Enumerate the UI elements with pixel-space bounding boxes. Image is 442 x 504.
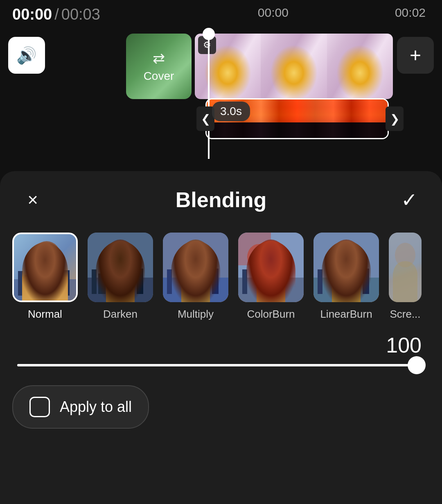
ruler-markers: 00:00 00:02 bbox=[258, 6, 426, 20]
blend-thumb-darken bbox=[88, 233, 153, 302]
video-strip[interactable] bbox=[195, 34, 393, 99]
blend-thumb-colorburn bbox=[238, 233, 304, 302]
confirm-icon: ✓ bbox=[401, 188, 417, 211]
current-time: 00:00 bbox=[12, 6, 52, 23]
svg-point-22 bbox=[181, 240, 210, 271]
svg-rect-9 bbox=[88, 278, 153, 302]
marker-0: 00:00 bbox=[258, 6, 289, 20]
svg-rect-5 bbox=[47, 273, 55, 296]
svg-rect-17 bbox=[163, 278, 228, 302]
opacity-slider-container[interactable] bbox=[0, 357, 442, 373]
blend-label-screen: Scre... bbox=[390, 308, 420, 321]
close-icon: × bbox=[27, 191, 38, 209]
svg-rect-4 bbox=[38, 267, 44, 296]
blend-mode-screen[interactable]: Scre... bbox=[389, 233, 422, 321]
svg-rect-14 bbox=[137, 269, 143, 294]
cover-bg: ⇄ Cover bbox=[126, 34, 192, 99]
svg-point-37 bbox=[332, 240, 361, 271]
chevron-left-icon: ❮ bbox=[201, 112, 210, 126]
svg-rect-13 bbox=[120, 271, 129, 294]
slider-fill bbox=[17, 364, 408, 366]
chevron-right-button[interactable]: ❯ bbox=[386, 106, 404, 131]
blend-label-linearburn: LinearBurn bbox=[320, 308, 372, 321]
blend-mode-multiply[interactable]: Multiply bbox=[163, 233, 228, 321]
normal-preview-svg bbox=[14, 234, 78, 302]
video-frame-3 bbox=[327, 34, 393, 99]
svg-point-30 bbox=[247, 244, 270, 270]
bottom-panel: × Blending ✓ bbox=[0, 171, 442, 504]
svg-rect-21 bbox=[212, 269, 219, 294]
svg-rect-31 bbox=[313, 233, 379, 302]
time-separator: / bbox=[54, 6, 59, 23]
blend-label-colorburn: ColorBurn bbox=[247, 308, 295, 321]
chevron-right-icon: ❯ bbox=[390, 112, 399, 126]
total-time: 00:03 bbox=[61, 6, 100, 23]
apply-label: Apply to all bbox=[60, 398, 132, 416]
slider-thumb[interactable] bbox=[408, 356, 426, 374]
timeline-area: 00:00 / 00:03 00:00 00:02 🔊 ⇄ Cover ⚙ + … bbox=[0, 0, 442, 172]
svg-rect-2 bbox=[18, 271, 23, 296]
cover-label: Cover bbox=[144, 70, 174, 83]
apply-to-all-button[interactable]: Apply to all bbox=[12, 385, 149, 429]
volume-button[interactable]: 🔊 bbox=[8, 37, 45, 74]
panel-title: Blending bbox=[176, 188, 266, 212]
svg-rect-27 bbox=[263, 265, 268, 294]
blend-label-darken: Darken bbox=[103, 308, 138, 321]
blend-mode-darken[interactable]: Darken bbox=[88, 233, 153, 321]
blend-thumb-multiply bbox=[163, 233, 228, 302]
cover-swap-icon: ⇄ bbox=[153, 50, 165, 67]
svg-rect-20 bbox=[196, 271, 204, 294]
blend-modes-row: Normal bbox=[0, 224, 442, 329]
opacity-number: 100 bbox=[386, 333, 422, 357]
svg-rect-34 bbox=[338, 265, 344, 294]
opacity-value-container: 100 bbox=[0, 333, 442, 357]
slider-track bbox=[17, 364, 425, 366]
svg-rect-19 bbox=[187, 265, 193, 294]
blend-label-normal: Normal bbox=[28, 308, 62, 321]
blend-thumb-normal bbox=[12, 233, 78, 302]
svg-rect-28 bbox=[271, 271, 279, 294]
svg-rect-26 bbox=[242, 269, 247, 294]
duration-badge-text: 3.0s bbox=[220, 105, 242, 118]
svg-rect-12 bbox=[112, 265, 118, 294]
svg-rect-18 bbox=[167, 269, 172, 294]
volume-icon: 🔊 bbox=[16, 46, 37, 65]
overlay-strip-bottom bbox=[207, 122, 388, 138]
blend-label-multiply: Multiply bbox=[178, 308, 214, 321]
svg-rect-10 bbox=[92, 269, 97, 294]
svg-rect-6 bbox=[63, 270, 70, 296]
adjust-icon: ⚙ bbox=[203, 40, 211, 50]
blend-mode-normal[interactable]: Normal bbox=[12, 233, 78, 321]
svg-rect-11 bbox=[98, 273, 106, 294]
close-button[interactable]: × bbox=[20, 188, 45, 212]
duration-badge: 3.0s bbox=[212, 102, 250, 121]
multiply-preview-svg bbox=[163, 233, 228, 302]
cover-thumbnail[interactable]: ⇄ Cover bbox=[126, 34, 192, 99]
blend-mode-colorburn[interactable]: ColorBurn bbox=[238, 233, 304, 321]
video-frame-2 bbox=[261, 34, 327, 99]
svg-rect-36 bbox=[363, 269, 369, 294]
blend-mode-linearburn[interactable]: LinearBurn bbox=[313, 233, 379, 321]
svg-rect-35 bbox=[346, 271, 354, 294]
svg-rect-32 bbox=[313, 278, 379, 302]
svg-rect-33 bbox=[318, 269, 322, 294]
darken-preview-svg bbox=[88, 233, 153, 302]
screen-preview-svg bbox=[389, 233, 422, 302]
svg-rect-25 bbox=[238, 233, 271, 265]
marker-1: 00:02 bbox=[395, 6, 426, 20]
confirm-button[interactable]: ✓ bbox=[397, 188, 422, 212]
svg-point-7 bbox=[32, 241, 61, 272]
svg-point-15 bbox=[106, 240, 135, 271]
svg-point-29 bbox=[257, 240, 285, 271]
blend-thumb-screen bbox=[389, 233, 422, 302]
playhead-head bbox=[203, 28, 215, 40]
playhead bbox=[208, 28, 210, 159]
apply-checkbox[interactable] bbox=[29, 397, 50, 417]
svg-rect-24 bbox=[238, 278, 304, 302]
linearburn-preview-svg bbox=[313, 233, 379, 302]
svg-rect-8 bbox=[88, 233, 153, 302]
blend-thumb-linearburn bbox=[313, 233, 379, 302]
svg-rect-16 bbox=[163, 233, 228, 302]
add-button[interactable]: + bbox=[397, 37, 434, 74]
add-icon: + bbox=[410, 45, 421, 65]
